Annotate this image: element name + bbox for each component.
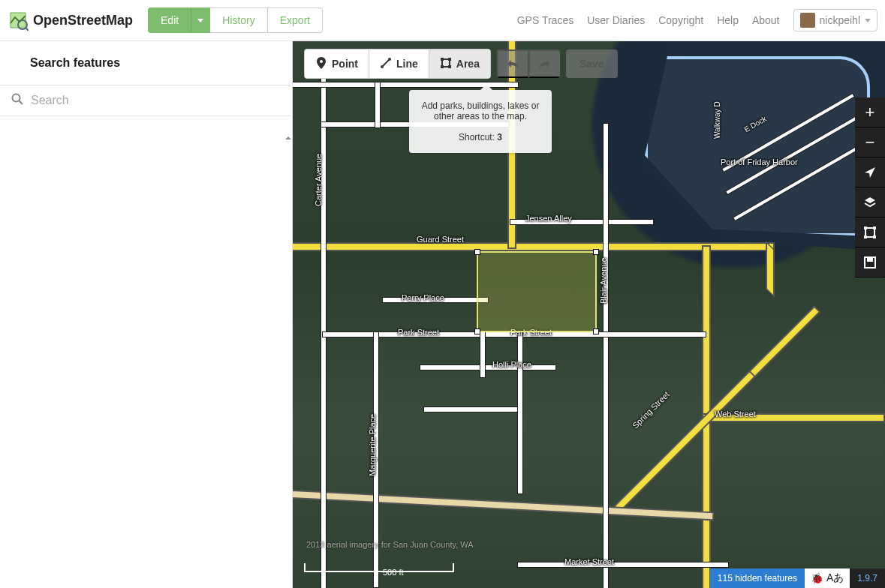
svg-rect-13 <box>864 226 867 230</box>
geolocate-button[interactable] <box>855 158 885 188</box>
label-holli-place: Holli Place <box>492 360 531 369</box>
scale-bar: 500 ft <box>304 563 454 577</box>
map-footer: 115 hidden features 🐞Aあ 1.9.7 <box>710 568 885 588</box>
resize-handle[interactable] <box>474 249 480 255</box>
road-blair-avenue[interactable] <box>604 124 608 588</box>
hidden-features-button[interactable]: 115 hidden features <box>710 568 805 588</box>
area-tool-button[interactable]: Area <box>429 50 490 78</box>
undo-button[interactable] <box>497 50 528 78</box>
svg-point-2 <box>13 94 20 102</box>
feedback-button[interactable]: 🐞Aあ <box>805 568 850 588</box>
minus-icon: − <box>865 134 875 151</box>
label-marguerite-place: Marguerite Place <box>368 414 377 476</box>
line-tool-button[interactable]: Line <box>369 50 429 78</box>
point-label: Point <box>332 58 358 70</box>
label-market-street: Market Street <box>564 557 614 566</box>
user-menu[interactable]: nickpeihl <box>793 9 877 32</box>
primary-nav: Edit History Export <box>148 8 323 33</box>
version-label[interactable]: 1.9.7 <box>850 568 885 588</box>
edit-button[interactable]: Edit <box>148 8 191 33</box>
layers-button[interactable] <box>855 188 885 218</box>
caret-down-icon <box>197 19 203 22</box>
copyright-link[interactable]: Copyright <box>658 14 703 26</box>
point-tool-button[interactable]: Point <box>305 50 369 78</box>
svg-rect-11 <box>448 65 451 68</box>
label-guard-street: Guard Street <box>417 235 464 244</box>
label-park-street: Park Street <box>398 328 439 337</box>
tooltip-shortcut: Shortcut: 3 <box>417 132 544 142</box>
svg-rect-16 <box>873 236 876 238</box>
svg-rect-15 <box>864 236 867 238</box>
label-blair-avenue: Blair Avenue <box>599 257 608 304</box>
gps-traces-link[interactable]: GPS Traces <box>517 14 573 26</box>
user-diaries-link[interactable]: User Diaries <box>587 14 645 26</box>
search-row <box>0 85 292 116</box>
road-holli-place[interactable] <box>420 365 555 370</box>
sidebar-scrollbar[interactable] <box>284 131 292 169</box>
zoom-in-button[interactable]: + <box>855 98 885 128</box>
help-link[interactable]: Help <box>717 14 739 26</box>
road-segment[interactable] <box>518 332 522 494</box>
save-to-device-icon <box>863 256 877 269</box>
road-segment[interactable] <box>375 82 380 128</box>
resize-handle[interactable] <box>593 249 599 255</box>
scale-label: 500 ft <box>383 568 404 577</box>
search-input[interactable] <box>31 94 281 107</box>
label-jensen-alley: Jensen Alley <box>525 214 572 223</box>
zoom-out-button[interactable]: − <box>855 128 885 158</box>
avatar <box>800 13 815 28</box>
svg-line-3 <box>20 101 23 105</box>
tooltip-text: Add parks, buildings, lakes or other are… <box>417 100 544 122</box>
resize-handle[interactable] <box>474 328 480 334</box>
road-segment[interactable] <box>480 332 485 377</box>
area-label: Area <box>456 58 480 70</box>
road-market-street[interactable] <box>518 562 728 567</box>
plus-icon: + <box>865 104 875 121</box>
brand-text: OpenStreetMap <box>33 13 133 28</box>
edit-dropdown-button[interactable] <box>191 8 210 33</box>
history-button[interactable]: History <box>210 8 268 33</box>
map-data-icon <box>863 226 877 239</box>
search-icon <box>11 93 23 108</box>
selected-area[interactable] <box>477 251 597 332</box>
save-button[interactable]: Save <box>566 50 618 78</box>
help-button[interactable] <box>855 248 885 278</box>
map-controls: + − <box>855 98 885 278</box>
export-button[interactable]: Export <box>268 8 323 33</box>
road-guard-street[interactable] <box>293 244 773 250</box>
editor-toolbar: Point Line Area Save <box>304 49 618 79</box>
location-arrow-icon <box>863 166 877 179</box>
brand[interactable]: OpenStreetMap <box>8 10 133 31</box>
bug-icon: 🐞 <box>811 572 823 584</box>
sidebar: Search features <box>0 41 293 588</box>
svg-line-1 <box>26 28 29 31</box>
layers-icon <box>863 196 877 209</box>
imagery-attribution: 2013 aerial imagery for San Juan County,… <box>306 540 474 549</box>
label-web-street: Web Street <box>715 410 756 418</box>
osm-logo-icon <box>8 10 29 31</box>
area-tooltip: Add parks, buildings, lakes or other are… <box>409 90 552 153</box>
sidebar-title: Search features <box>0 41 292 85</box>
pin-icon <box>315 57 327 71</box>
secondary-nav: GPS Traces User Diaries Copyright Help A… <box>517 9 877 32</box>
road-segment[interactable] <box>767 244 773 295</box>
line-icon <box>380 57 392 71</box>
map-data-button[interactable] <box>855 218 885 248</box>
about-link[interactable]: About <box>752 14 780 26</box>
username: nickpeihl <box>820 14 860 26</box>
map-canvas[interactable]: Guard Street Carter Avenue Perry Place P… <box>293 41 885 588</box>
redo-button[interactable] <box>528 50 560 78</box>
undo-redo-group <box>497 50 560 78</box>
svg-rect-14 <box>873 226 876 230</box>
scroll-up-icon <box>284 131 292 144</box>
road-carter-avenue[interactable] <box>321 56 326 588</box>
save-wrap: Save <box>566 50 618 78</box>
resize-handle[interactable] <box>593 328 599 334</box>
caret-down-icon <box>865 19 871 22</box>
svg-rect-9 <box>448 58 451 61</box>
svg-rect-8 <box>441 58 444 61</box>
svg-rect-10 <box>441 65 444 68</box>
translate-icon: Aあ <box>826 572 844 585</box>
label-perry-place: Perry Place <box>402 293 444 302</box>
road-segment[interactable] <box>424 407 522 412</box>
